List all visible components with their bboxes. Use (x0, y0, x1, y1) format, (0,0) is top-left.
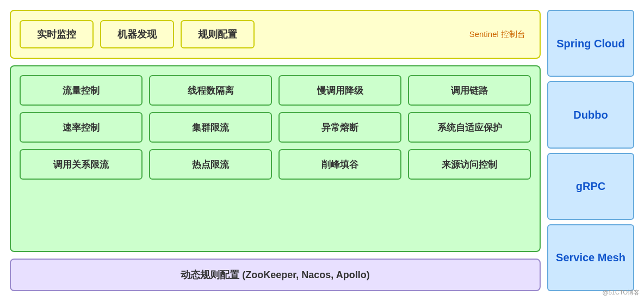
feature-rate-control: 速率控制 (20, 112, 143, 143)
feature-peak-shaving: 削峰填谷 (278, 149, 401, 180)
sidebar-service-mesh: Service Mesh (547, 224, 634, 291)
watermark: @51CTO博客 (603, 288, 640, 297)
diagram-container: 实时监控 机器发现 规则配置 Sentinel 控制台 流量控制 线程数隔离 (0, 0, 644, 301)
features-row-1: 流量控制 线程数隔离 慢调用降级 调用链路 (20, 75, 531, 106)
feature-circuit-breaker: 异常熔断 (278, 112, 401, 143)
right-sidebar: Spring Cloud Dubbo gRPC Service Mesh (547, 10, 634, 291)
sentinel-box-3: 规则配置 (181, 20, 255, 48)
sidebar-grpc: gRPC (547, 153, 634, 220)
sidebar-spring-cloud: Spring Cloud (547, 10, 634, 77)
feature-system-adaptive: 系统自适应保护 (408, 112, 531, 143)
bottom-panel: 动态规则配置 (ZooKeeper, Nacos, Apollo) (10, 259, 541, 291)
sentinel-boxes: 实时监控 机器发现 规则配置 (20, 20, 463, 48)
main-area: 实时监控 机器发现 规则配置 Sentinel 控制台 流量控制 线程数隔离 (10, 10, 541, 291)
feature-call-chain: 调用链路 (408, 75, 531, 106)
feature-hotspot-limit: 热点限流 (149, 149, 272, 180)
features-row-2: 速率控制 集群限流 异常熔断 系统自适应保护 (20, 112, 531, 143)
sentinel-label: Sentinel 控制台 (469, 29, 531, 40)
feature-thread-isolation: 线程数隔离 (149, 75, 272, 106)
features-row-3: 调用关系限流 热点限流 削峰填谷 来源访问控制 (20, 149, 531, 180)
sidebar-dubbo: Dubbo (547, 81, 634, 148)
feature-slow-call-degradation: 慢调用降级 (278, 75, 401, 106)
sentinel-panel: 实时监控 机器发现 规则配置 Sentinel 控制台 (10, 10, 541, 59)
features-panel: 流量控制 线程数隔离 慢调用降级 调用链路 速率控制 集群限流 (10, 65, 541, 252)
feature-cluster-limit: 集群限流 (149, 112, 272, 143)
sentinel-box-1: 实时监控 (20, 20, 94, 48)
feature-source-access-control: 来源访问控制 (408, 149, 531, 180)
feature-call-relation-limit: 调用关系限流 (20, 149, 143, 180)
feature-flow-control: 流量控制 (20, 75, 143, 106)
sentinel-box-2: 机器发现 (100, 20, 174, 48)
